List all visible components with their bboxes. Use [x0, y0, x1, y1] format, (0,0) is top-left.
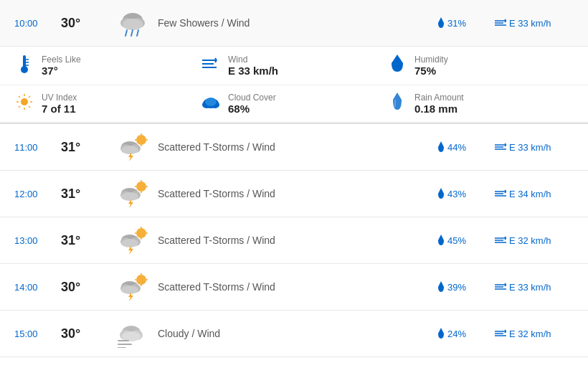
- details-row-1: Feels Like 37°: [0, 47, 588, 85]
- temperature: 31°: [61, 233, 108, 248]
- weather-icon: [108, 273, 158, 301]
- svg-point-59: [121, 192, 138, 201]
- wind-value: E 33 km/h: [509, 18, 551, 29]
- feels-like-item: Feels Like 37°: [14, 54, 201, 77]
- uv-icon: [14, 93, 34, 114]
- rain-amount-label: Rain Amount: [414, 93, 464, 103]
- uv-item: UV Index 7 of 11: [14, 93, 201, 115]
- precip-value: 45%: [447, 235, 466, 246]
- cloud-cover-value: 68%: [228, 103, 276, 115]
- svg-point-36: [136, 135, 146, 145]
- weather-icon: [108, 226, 158, 255]
- precip-value: 44%: [447, 142, 466, 153]
- precipitation: 44%: [437, 141, 495, 153]
- time-label: 14:00: [14, 282, 61, 293]
- weather-row[interactable]: 14:00 30° Scattered T-Storms / Wind 39%: [0, 264, 588, 311]
- wind-value: E 32 km/h: [509, 329, 551, 339]
- precip-value: 24%: [447, 329, 466, 339]
- precipitation: 39%: [437, 281, 495, 293]
- svg-line-29: [29, 96, 30, 98]
- condition-text: Scattered T-Storms / Wind: [158, 281, 437, 293]
- svg-line-28: [29, 106, 30, 108]
- wind-value: E 33 km/h: [509, 282, 551, 293]
- precip-value: 31%: [447, 18, 466, 29]
- rain-amount-icon: [387, 93, 407, 115]
- wind-speed: E 32 km/h: [495, 235, 574, 246]
- wind-speed: E 33 km/h: [495, 18, 574, 29]
- expanded-details-panel: Feels Like 37°: [0, 47, 588, 124]
- svg-point-89: [121, 285, 138, 294]
- temperature: 31°: [61, 186, 108, 202]
- precipitation: 45%: [437, 235, 495, 246]
- condition-text: Scattered T-Storms / Wind: [158, 141, 437, 153]
- humidity-icon: [387, 55, 407, 77]
- time-label: 15:00: [14, 329, 61, 339]
- humidity-text: Humidity 75%: [414, 55, 448, 77]
- weather-row[interactable]: 13:00 31° Scattered T-Storms / Wind 45%: [0, 217, 588, 264]
- wind-value: E 33 km/h: [509, 142, 551, 153]
- uv-label: UV Index: [42, 93, 77, 103]
- weather-icon: [108, 179, 158, 208]
- condition-text: Cloudy / Wind: [158, 328, 437, 339]
- weather-row[interactable]: 10:00 30° Few Showers / Wind 31%: [0, 0, 588, 47]
- weather-row[interactable]: 12:00 31° Scattered T-Storms / Wind 43%: [0, 171, 588, 217]
- rain-amount-value: 0.18 mm: [414, 103, 464, 115]
- svg-point-44: [121, 146, 138, 154]
- wind-speed: E 34 km/h: [495, 189, 574, 199]
- svg-line-4: [125, 30, 127, 36]
- cloud-cover-label: Cloud Cover: [228, 93, 276, 103]
- weather-icon: [108, 133, 158, 161]
- uv-text: UV Index 7 of 11: [42, 93, 77, 115]
- temperature: 30°: [61, 280, 108, 295]
- weather-row[interactable]: 11:00 31° Scattered T-Storms / Wind 44%: [0, 124, 588, 171]
- condition-text: Scattered T-Storms / Wind: [158, 188, 437, 199]
- precip-value: 39%: [447, 282, 466, 293]
- time-label: 10:00: [14, 18, 61, 29]
- condition-text: Scattered T-Storms / Wind: [158, 235, 437, 246]
- weather-row[interactable]: 15:00 30° Cloudy / Wind 24%: [0, 311, 588, 357]
- wind-detail-value: E 33 km/h: [228, 65, 278, 77]
- svg-line-30: [19, 106, 20, 108]
- svg-point-22: [21, 98, 28, 105]
- cloud-cover-text: Cloud Cover 68%: [228, 93, 276, 115]
- svg-point-3: [123, 19, 143, 30]
- precipitation: 31%: [437, 17, 495, 29]
- wind-item: Wind E 33 km/h: [201, 54, 387, 77]
- wind-value: E 34 km/h: [509, 189, 551, 199]
- details-row-2: UV Index 7 of 11: [0, 85, 588, 123]
- feels-like-label: Feels Like: [42, 55, 81, 65]
- temperature: 30°: [61, 326, 108, 341]
- svg-point-99: [122, 331, 141, 341]
- svg-line-6: [137, 30, 138, 36]
- uv-value: 7 of 11: [42, 103, 77, 115]
- svg-point-34: [205, 98, 217, 106]
- time-label: 13:00: [14, 235, 61, 246]
- rain-amount-item: Rain Amount 0.18 mm: [387, 93, 574, 115]
- svg-point-51: [136, 181, 146, 192]
- wind-speed: E 33 km/h: [495, 142, 574, 153]
- wind-speed: E 33 km/h: [495, 282, 574, 293]
- time-label: 11:00: [14, 142, 61, 153]
- svg-point-66: [136, 228, 146, 238]
- feels-like-value: 37°: [42, 65, 81, 77]
- time-label: 12:00: [14, 189, 61, 199]
- svg-line-5: [131, 30, 133, 36]
- precipitation: 24%: [437, 328, 495, 339]
- wind-detail-text: Wind E 33 km/h: [228, 55, 278, 77]
- condition-text: Few Showers / Wind: [158, 17, 437, 29]
- humidity-item: Humidity 75%: [387, 54, 574, 77]
- svg-line-27: [19, 96, 20, 98]
- svg-point-81: [136, 275, 146, 285]
- thermometer-icon: [14, 54, 34, 77]
- precip-value: 43%: [447, 189, 466, 199]
- wind-detail-label: Wind: [228, 55, 278, 65]
- wind-speed: E 32 km/h: [495, 329, 574, 339]
- weather-icon: [108, 319, 158, 348]
- cloud-cover-item: Cloud Cover 68%: [201, 93, 387, 115]
- cloud-cover-icon: [201, 95, 221, 113]
- feels-like-text: Feels Like 37°: [42, 55, 81, 77]
- wind-detail-icon: [201, 57, 221, 75]
- humidity-value: 75%: [414, 65, 448, 77]
- svg-point-74: [121, 239, 138, 247]
- weather-icon: [108, 9, 158, 37]
